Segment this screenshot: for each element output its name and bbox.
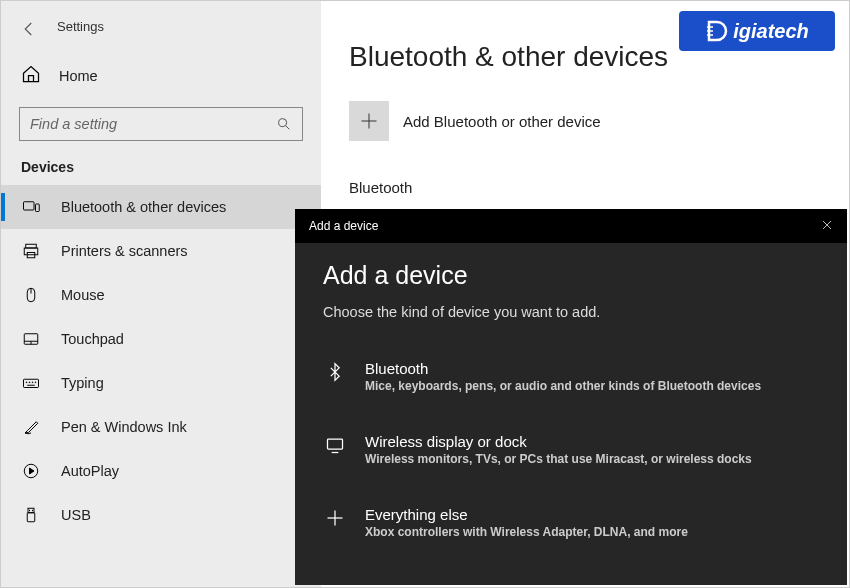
sidebar-item-usb[interactable]: USB — [1, 493, 321, 537]
home-nav[interactable]: Home — [1, 54, 321, 97]
device-option-title: Everything else — [365, 506, 688, 523]
logo-d-icon — [705, 19, 729, 43]
bluetooth-subheading: Bluetooth — [349, 179, 821, 196]
svg-rect-3 — [26, 244, 37, 248]
svg-point-14 — [32, 382, 33, 383]
pen-icon — [21, 417, 41, 437]
sidebar: Settings Home Devices Bluetooth & other … — [1, 1, 321, 587]
svg-rect-18 — [28, 508, 34, 513]
svg-rect-4 — [24, 248, 38, 255]
device-option-desc: Xbox controllers with Wireless Adapter, … — [365, 525, 688, 539]
autoplay-icon — [21, 461, 41, 481]
svg-rect-1 — [24, 202, 35, 210]
plus-icon — [323, 508, 347, 528]
modal-subtitle: Choose the kind of device you want to ad… — [323, 304, 819, 320]
plus-icon-box — [349, 101, 389, 141]
mouse-icon — [21, 285, 41, 305]
device-option-text: Wireless display or dock Wireless monito… — [365, 433, 752, 466]
add-device-label: Add Bluetooth or other device — [403, 113, 601, 130]
svg-rect-19 — [27, 513, 35, 522]
device-option-text: Bluetooth Mice, keyboards, pens, or audi… — [365, 360, 761, 393]
sidebar-item-label: Bluetooth & other devices — [61, 199, 226, 215]
svg-point-13 — [29, 382, 30, 383]
sidebar-item-bluetooth[interactable]: Bluetooth & other devices — [1, 185, 321, 229]
touchpad-icon — [21, 329, 41, 349]
device-option-desc: Mice, keyboards, pens, or audio and othe… — [365, 379, 761, 393]
search-input[interactable] — [30, 116, 276, 132]
close-icon — [821, 219, 833, 231]
device-option-wireless-display[interactable]: Wireless display or dock Wireless monito… — [323, 421, 819, 478]
sidebar-item-label: USB — [61, 507, 91, 523]
digiatech-logo: igiatech — [679, 11, 835, 51]
device-option-desc: Wireless monitors, TVs, or PCs that use … — [365, 452, 752, 466]
device-option-everything-else[interactable]: Everything else Xbox controllers with Wi… — [323, 494, 819, 551]
window-title: Settings — [57, 19, 104, 34]
window-title-row: Settings — [41, 19, 321, 34]
modal-body: Add a device Choose the kind of device y… — [295, 243, 847, 585]
sidebar-item-typing[interactable]: Typing — [1, 361, 321, 405]
svg-point-0 — [279, 119, 287, 127]
home-label: Home — [59, 68, 98, 84]
sidebar-item-label: Typing — [61, 375, 104, 391]
sidebar-item-label: Touchpad — [61, 331, 124, 347]
device-option-title: Wireless display or dock — [365, 433, 752, 450]
sidebar-item-autoplay[interactable]: AutoPlay — [1, 449, 321, 493]
add-device-button[interactable]: Add Bluetooth or other device — [349, 101, 821, 141]
bluetooth-icon — [323, 362, 347, 382]
modal-header-title: Add a device — [309, 219, 378, 233]
svg-point-12 — [26, 382, 27, 383]
plus-icon — [359, 111, 379, 131]
device-option-title: Bluetooth — [365, 360, 761, 377]
sidebar-item-touchpad[interactable]: Touchpad — [1, 317, 321, 361]
usb-icon — [21, 505, 41, 525]
add-device-modal: Add a device Add a device Choose the kin… — [295, 209, 847, 585]
search-box[interactable] — [19, 107, 303, 141]
svg-rect-2 — [36, 204, 40, 212]
sidebar-item-label: Printers & scanners — [61, 243, 188, 259]
svg-point-15 — [35, 382, 36, 383]
device-option-bluetooth[interactable]: Bluetooth Mice, keyboards, pens, or audi… — [323, 348, 819, 405]
sidebar-item-label: Pen & Windows Ink — [61, 419, 187, 435]
logo-text: igiatech — [733, 20, 809, 43]
search-icon — [276, 116, 292, 132]
keyboard-icon — [21, 373, 41, 393]
modal-header: Add a device — [295, 209, 847, 243]
svg-rect-26 — [328, 439, 343, 449]
close-button[interactable] — [821, 219, 833, 234]
sidebar-item-mouse[interactable]: Mouse — [1, 273, 321, 317]
sidebar-item-label: Mouse — [61, 287, 105, 303]
modal-title: Add a device — [323, 261, 819, 290]
device-option-text: Everything else Xbox controllers with Wi… — [365, 506, 688, 539]
sidebar-item-printers[interactable]: Printers & scanners — [1, 229, 321, 273]
arrow-left-icon — [20, 20, 38, 38]
devices-icon — [21, 197, 41, 217]
svg-rect-11 — [24, 379, 39, 387]
printer-icon — [21, 241, 41, 261]
section-header: Devices — [1, 141, 321, 185]
sidebar-item-pen[interactable]: Pen & Windows Ink — [1, 405, 321, 449]
sidebar-item-label: AutoPlay — [61, 463, 119, 479]
home-icon — [21, 64, 41, 87]
display-icon — [323, 435, 347, 455]
